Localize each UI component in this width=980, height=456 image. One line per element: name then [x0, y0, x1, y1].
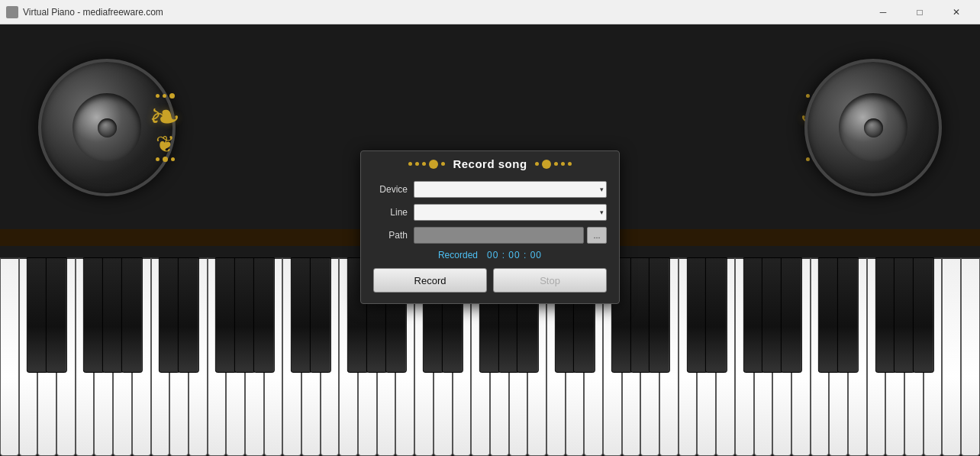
black-key[interactable]: [178, 257, 199, 373]
speaker-area: ❧ ❦: [0, 24, 980, 231]
buttons-row: Record Stop: [373, 268, 607, 293]
black-key[interactable]: [837, 257, 859, 373]
right-speaker-area: ❧ ❦: [766, 36, 980, 219]
black-key[interactable]: [253, 257, 275, 373]
path-input[interactable]: [414, 227, 584, 244]
maximize-button[interactable]: □: [902, 0, 937, 24]
right-speaker-outer: [804, 59, 942, 196]
record-dialog: Record song Device: [360, 150, 620, 304]
app-title: Virtual Piano - mediafreeware.com: [23, 7, 163, 18]
record-button[interactable]: Record: [373, 268, 487, 293]
line-select-wrapper[interactable]: ▾: [414, 204, 607, 221]
line-label: Line: [373, 207, 408, 218]
device-select[interactable]: [414, 181, 607, 198]
app-icon: [6, 6, 18, 18]
dialog-body: Device ▾ Line: [361, 175, 619, 303]
stop-button[interactable]: Stop: [493, 268, 607, 293]
left-dots-bottom: [156, 157, 175, 162]
path-row: Path ...: [373, 227, 607, 244]
close-button[interactable]: ✕: [939, 0, 974, 24]
titlebar: Virtual Piano - mediafreeware.com ─ □ ✕: [0, 0, 980, 24]
white-key[interactable]: [961, 257, 980, 456]
device-label: Device: [373, 184, 408, 195]
path-browse-button[interactable]: ...: [587, 227, 607, 244]
right-speaker-center: [864, 118, 883, 137]
white-key[interactable]: [0, 257, 19, 456]
black-key[interactable]: [781, 257, 802, 373]
main-area: ❧ ❦: [0, 24, 980, 456]
dialog-title: Record song: [453, 157, 527, 170]
recorded-time: 00 : 00 : 00: [487, 250, 542, 260]
dialog-title-row: Record song: [361, 151, 619, 175]
left-speaker-inner: [73, 93, 141, 162]
left-ornament: ❧: [149, 102, 181, 132]
black-key[interactable]: [46, 257, 67, 373]
recorded-row: Recorded 00 : 00 : 00: [373, 250, 607, 260]
line-select[interactable]: [414, 204, 607, 221]
dialog-dots-left: [408, 160, 445, 169]
titlebar-controls: ─ □ ✕: [866, 0, 974, 24]
titlebar-left: Virtual Piano - mediafreeware.com: [6, 6, 163, 18]
left-ornament-2: ❦: [156, 135, 175, 154]
device-select-wrapper[interactable]: ▾: [414, 181, 607, 198]
right-speaker-inner: [839, 93, 907, 162]
black-key[interactable]: [913, 257, 934, 373]
path-input-row: ...: [414, 227, 607, 244]
right-speaker: [797, 51, 949, 204]
path-label: Path: [373, 230, 408, 241]
black-key[interactable]: [310, 257, 331, 373]
black-key[interactable]: [705, 257, 727, 373]
black-key[interactable]: [121, 257, 143, 373]
black-key[interactable]: [649, 257, 670, 373]
white-key[interactable]: [942, 257, 961, 456]
dialog-dots-right: [535, 160, 572, 169]
left-speaker-center: [98, 118, 117, 137]
recorded-label: Recorded: [438, 250, 478, 260]
left-speaker-area: ❧ ❦: [0, 36, 214, 219]
minimize-button[interactable]: ─: [866, 0, 901, 24]
line-row: Line ▾: [373, 204, 607, 221]
device-row: Device ▾: [373, 181, 607, 198]
